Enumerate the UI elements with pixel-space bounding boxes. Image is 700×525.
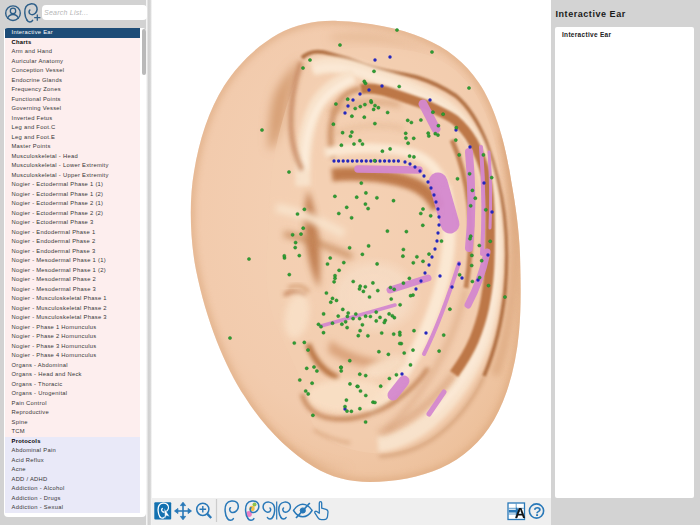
svg-text:A: A <box>515 504 526 521</box>
svg-text:?: ? <box>533 504 541 519</box>
